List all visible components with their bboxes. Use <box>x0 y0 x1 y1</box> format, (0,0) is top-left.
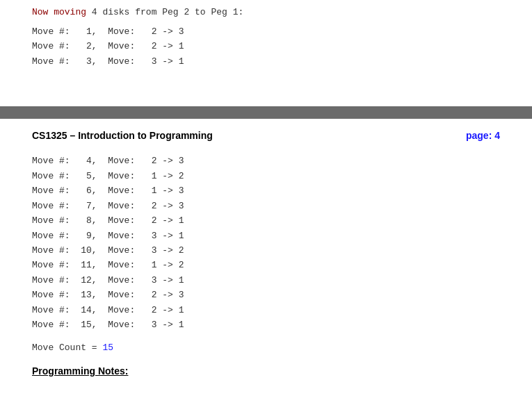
bottom-section: CS1325 – Introduction to Programming pag… <box>0 119 532 390</box>
bottom-move-6: Move #: 6, Move: 1 -> 3 <box>32 183 500 198</box>
move-count-line: Move Count = 15 <box>32 342 500 353</box>
top-moves-block: Move #: 1, Move: 2 -> 3 Move #: 2, Move:… <box>32 24 500 69</box>
bottom-move-11: Move #: 11, Move: 1 -> 2 <box>32 258 500 272</box>
bottom-moves-block: Move #: 4, Move: 2 -> 3 Move #: 5, Move:… <box>32 154 500 332</box>
page-divider <box>0 106 532 119</box>
move-count-value: 15 <box>102 342 113 353</box>
bottom-move-5: Move #: 5, Move: 1 -> 2 <box>32 169 500 183</box>
top-move-1: Move #: 1, Move: 2 -> 3 <box>32 24 500 39</box>
page-number: page: 4 <box>466 130 500 141</box>
now-moving-label: Now moving <box>32 7 86 17</box>
top-move-2: Move #: 2, Move: 2 -> 1 <box>32 39 500 53</box>
header-detail: 4 disks from Peg 2 to Peg 1: <box>86 7 243 17</box>
course-title: CS1325 – Introduction to Programming <box>32 130 213 141</box>
move-count-label: Move Count = <box>32 342 102 353</box>
bottom-move-14: Move #: 14, Move: 2 -> 1 <box>32 303 500 317</box>
page-header: CS1325 – Introduction to Programming pag… <box>32 130 500 141</box>
top-section: Now moving 4 disks from Peg 2 to Peg 1: … <box>0 0 532 92</box>
programming-notes-label: Programming Notes: <box>32 365 500 377</box>
bottom-move-13: Move #: 13, Move: 2 -> 3 <box>32 288 500 302</box>
bottom-move-7: Move #: 7, Move: 2 -> 3 <box>32 199 500 213</box>
bottom-move-8: Move #: 8, Move: 2 -> 1 <box>32 213 500 228</box>
top-move-3: Move #: 3, Move: 3 -> 1 <box>32 54 500 69</box>
bottom-move-10: Move #: 10, Move: 3 -> 2 <box>32 243 500 258</box>
bottom-move-12: Move #: 12, Move: 3 -> 1 <box>32 273 500 288</box>
top-header: Now moving 4 disks from Peg 2 to Peg 1: <box>32 7 500 17</box>
bottom-move-4: Move #: 4, Move: 2 -> 3 <box>32 154 500 168</box>
bottom-move-9: Move #: 9, Move: 3 -> 1 <box>32 229 500 243</box>
bottom-move-15: Move #: 15, Move: 3 -> 1 <box>32 317 500 332</box>
